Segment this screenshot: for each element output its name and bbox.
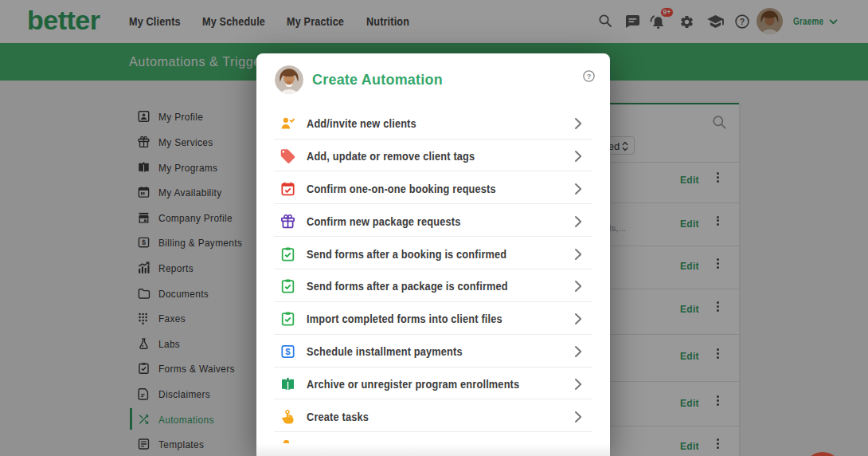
- svg-text:$: $: [285, 347, 291, 356]
- svg-text:?: ?: [587, 73, 592, 81]
